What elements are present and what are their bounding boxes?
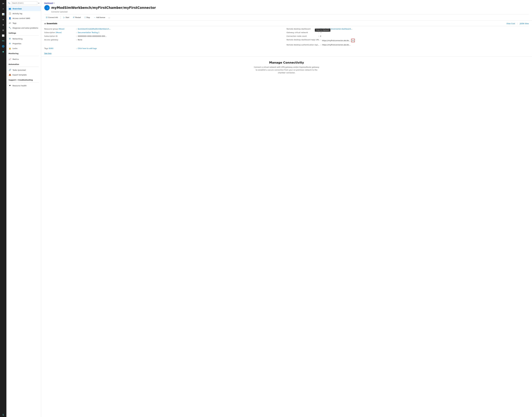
empty-row [44, 43, 287, 47]
chevron-down-icon: ∧ [44, 22, 46, 25]
overview-icon: 👥 [9, 8, 11, 10]
sidebar-item-label: Properties [12, 43, 21, 45]
copy-tooltip: Copy to clipboard [315, 29, 330, 32]
essentials-grid: Resource group (Move) : QuickstartCreate… [44, 26, 529, 51]
subscription-id-row: Subscription ID : 00000000-0000-00000000… [44, 34, 287, 38]
search-input[interactable] [11, 1, 37, 5]
plus-icon[interactable]: + [1, 6, 6, 11]
stop-button[interactable]: □ Stop [83, 15, 92, 19]
view-cost-link[interactable]: View Cost [507, 22, 515, 25]
restart-button[interactable]: ↺ Restart [71, 15, 82, 19]
sidebar-item-networking[interactable]: ⚙ Networking [6, 36, 41, 41]
stop-icon: □ [84, 16, 86, 18]
tags-add-link[interactable]: Click here to add tags [78, 47, 97, 49]
settings-section-label: Settings [6, 30, 41, 35]
automation-section-label: Automation [6, 62, 41, 66]
expand-icon[interactable]: ≫ [1, 1, 6, 6]
sidebar-item-label: Resource health [12, 85, 27, 87]
page-header: Dashboard > 👥 myModSimWorkbench/myFirstC… [41, 0, 532, 21]
connection-node-row: Connection node count : 2 Copy to clipbo… [287, 34, 529, 38]
locks-icon: 🔒 [9, 47, 11, 50]
sidebar-item-tags[interactable]: 🏷 Tags [6, 21, 41, 25]
diagnose-icon: 🔧 [9, 27, 11, 29]
sidebar-item-diagnose[interactable]: 🔧 Diagnose and solve problems [6, 25, 41, 30]
box-icon[interactable]: ⬜ [1, 33, 6, 38]
add-license-icon: → [94, 16, 96, 18]
sidebar-item-access-control[interactable]: 👤 Access control (IAM) [6, 16, 41, 21]
sidebar-item-metrics[interactable]: 📈 Metrics [6, 57, 41, 62]
essentials-section: ∧ Essentials View Cost | JSON View Resou… [41, 21, 532, 56]
support-divider [9, 82, 39, 83]
chart-icon[interactable]: 📊 [1, 12, 6, 17]
sidebar-item-label: Overview [12, 8, 22, 10]
subscription-value[interactable]: Documentation Testing 1 [78, 31, 99, 33]
tags-row: Tags (Edit) : Click here to add tags [44, 47, 287, 50]
tags-edit-link[interactable]: (Edit) [49, 47, 53, 49]
json-view-link[interactable]: JSON View [520, 22, 529, 25]
sidebar-item-label: Access control (IAM) [12, 17, 30, 19]
search-icon: 🔍 [8, 2, 10, 4]
remote-desktop-label: Remote desktop dashboard [287, 28, 317, 30]
sidebar-item-label: Networking [12, 38, 22, 40]
rd-auth-row: Remote desktop authentication repl... : … [287, 43, 529, 47]
connect-info-button[interactable]: ⊡ Connect info [44, 15, 60, 19]
manage-connectivity-title: Manage Connectivity [44, 61, 529, 64]
globe-icon[interactable]: 🌐 [1, 44, 6, 49]
tags-label: Tags (Edit) [44, 47, 75, 49]
sidebar-item-export[interactable]: 📤 Export template [6, 73, 41, 77]
star-icon[interactable]: ★ [1, 22, 6, 27]
restart-icon: ↺ [73, 16, 74, 18]
dollar-icon[interactable]: $ [1, 412, 6, 417]
sidebar-item-locks[interactable]: 🔒 Locks [6, 46, 41, 51]
connect-info-label: Connect info [48, 16, 58, 18]
gateway-vnet-label: Gateway virtual network [287, 31, 317, 33]
breadcrumb-dashboard[interactable]: Dashboard [44, 2, 53, 4]
resource-group-move-link[interactable]: (Move) [59, 28, 64, 30]
resource-group-label: Resource group (Move) [44, 28, 75, 30]
support-section-label: Support + troubleshooting [6, 77, 41, 82]
sidebar-item-label: Metrics [12, 58, 19, 60]
start-label: Start [66, 16, 69, 18]
icon-bar: ≫ + 📊 ≡ ★ ⊞ ⬜ SQL 🌐 ◆ $ [0, 0, 6, 417]
menu-icon[interactable]: ≡ [1, 17, 6, 22]
toolbar: ⊡ Connect info ▷ Start ↺ Restart □ Stop … [44, 14, 529, 21]
connection-node-value: 2 [320, 35, 321, 37]
collapse-sidebar-button[interactable]: « [38, 2, 39, 4]
sidebar-item-resource-health[interactable]: ❤ Resource health [6, 83, 41, 88]
resource-group-value[interactable]: QuickstartCreateModSimWorkbench... [78, 28, 111, 30]
breadcrumb-separator: > [53, 2, 55, 4]
sidebar-item-tasks[interactable]: 🔗 Tasks (preview) [6, 68, 41, 73]
sidebar-item-properties[interactable]: ⚙ Properties [6, 41, 41, 46]
settings-divider [9, 35, 39, 36]
start-button[interactable]: ▷ Start [62, 15, 71, 19]
subscription-id-label: Subscription ID [44, 35, 75, 37]
breadcrumb: Dashboard > [44, 2, 529, 4]
monitoring-section-label: Monitoring [6, 51, 41, 55]
rd-reply-url-row: Remote desktop dashboard reply URL : htt… [287, 38, 529, 43]
sql-icon[interactable]: SQL [1, 39, 6, 43]
search-container: 🔍 « [6, 0, 41, 6]
manage-connectivity-section: Manage Connectivity Connect a virtual ne… [41, 56, 532, 78]
sidebar-item-label: Diagnose and solve problems [12, 27, 38, 29]
diamond-icon[interactable]: ◆ [1, 49, 6, 54]
restart-label: Restart [75, 16, 81, 18]
more-options-button[interactable]: ... [107, 15, 111, 19]
activity-log-icon: 📋 [9, 12, 11, 15]
main-content: Dashboard > 👥 myModSimWorkbench/myFirstC… [41, 0, 532, 417]
toolbar-separator-1 [61, 16, 61, 19]
metrics-icon: 📈 [9, 58, 11, 60]
sidebar-item-overview[interactable]: 👥 Overview [6, 6, 41, 11]
sidebar-item-label: Export template [12, 74, 27, 76]
automation-divider [9, 67, 39, 67]
stop-label: Stop [86, 16, 90, 18]
resource-group-row: Resource group (Move) : QuickstartCreate… [44, 27, 287, 31]
copy-to-clipboard-button[interactable]: ⧉ [351, 39, 355, 42]
add-license-button[interactable]: → Add license [92, 15, 107, 19]
see-less-link[interactable]: See less [44, 51, 529, 56]
sidebar-item-activity-log[interactable]: 📋 Activity log [6, 11, 41, 16]
subscription-label: Subscription (Move) [44, 31, 75, 33]
subscription-move-link[interactable]: (Move) [56, 31, 62, 33]
page-icon: 👥 [44, 5, 50, 10]
grid-icon[interactable]: ⊞ [1, 28, 6, 32]
access-control-icon: 👤 [9, 17, 11, 20]
